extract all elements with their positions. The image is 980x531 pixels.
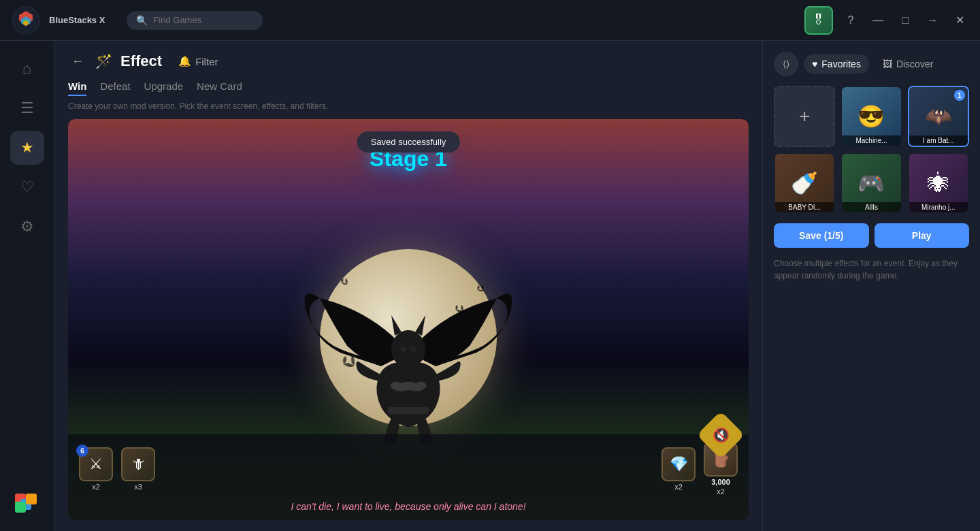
tab-win[interactable]: Win <box>68 80 86 96</box>
filter-button[interactable]: 🔔 Filter <box>178 55 218 67</box>
sidebar-item-home[interactable]: ⌂ <box>10 52 44 86</box>
main-layout: ⌂ ☰ ★ ♡ ⚙ ← 🪄 Ef <box>0 41 980 531</box>
tab-upgrade[interactable]: Upgrade <box>144 80 184 96</box>
svg-rect-8 <box>26 494 37 504</box>
preset-card-baby[interactable]: 🍼 BABY DI... <box>774 152 835 214</box>
game-items: 6 ⚔ x2 🗡 x3 💎 x2 <box>79 442 738 496</box>
search-bar[interactable]: 🔍 <box>127 11 263 30</box>
play-button[interactable]: Play <box>875 223 970 248</box>
bluestacks-logo <box>11 5 41 35</box>
heart-filled-icon: ♥ <box>812 59 817 69</box>
titlebar: BlueStacks X 🔍 🎖 ? — □ → ✕ <box>0 0 980 41</box>
batman-silhouette <box>293 244 524 462</box>
effect-wand-icon: 🪄 <box>95 53 112 69</box>
titlebar-left: BlueStacks X 🔍 <box>11 5 263 35</box>
svg-marker-11 <box>415 315 425 336</box>
game-item-0: 6 ⚔ x2 <box>79 447 113 491</box>
preset-label-baby: BABY DI... <box>775 202 834 212</box>
game-preview: Saved successfully Stage 1 <box>68 119 749 520</box>
filter-label: Filter <box>195 56 218 67</box>
tabs: Win Defeat Upgrade New Card <box>68 80 749 96</box>
svg-point-12 <box>400 347 407 352</box>
filter-icon: 🔔 <box>178 55 191 67</box>
tab-favorites[interactable]: ♥ Favorites <box>804 54 869 74</box>
saved-toast: Saved successfully <box>357 131 460 152</box>
item-icon-1: 🗡 <box>121 447 155 481</box>
back-button[interactable]: ← <box>68 52 87 71</box>
titlebar-right: 🎖 ? — □ → ✕ <box>804 6 969 35</box>
preset-label-alls: AllIs <box>842 202 900 212</box>
game-icon[interactable]: 🎖 <box>804 6 833 35</box>
preset-label-machine: Machine... <box>842 135 900 146</box>
item-badge-0: 6 <box>76 445 88 457</box>
mute-icon: 🔇 <box>713 427 730 443</box>
svg-rect-7 <box>15 502 26 513</box>
game-background: Saved successfully Stage 1 <box>68 119 749 520</box>
item-icon-2: 💎 <box>662 447 696 481</box>
help-button[interactable]: ? <box>841 11 860 30</box>
right-panel: ⟨⟩ ♥ Favorites 🖼 Discover + 😎 Machi <box>762 41 980 531</box>
game-quote: I can't die, I want to live, because onl… <box>79 501 738 512</box>
sidebar-item-settings[interactable]: ⚙ <box>10 210 44 244</box>
search-icon: 🔍 <box>136 15 148 26</box>
preset-card-batman[interactable]: 🦇 I am Bat... 1 <box>908 86 969 147</box>
preset-card-machine[interactable]: 😎 Machine... <box>840 86 902 147</box>
batman-container <box>293 244 524 462</box>
home-icon: ⌂ <box>22 60 31 78</box>
bluestacks-logo-bottom <box>12 488 42 518</box>
item-label-0: x2 <box>92 483 100 491</box>
action-buttons: Save (1/5) Play <box>774 223 969 248</box>
preset-add-button[interactable]: + <box>774 86 835 147</box>
preset-card-miranho[interactable]: 🕷 Miranho j... <box>908 152 969 214</box>
plus-icon: + <box>799 106 810 127</box>
svg-marker-10 <box>391 315 402 336</box>
preset-label-batman: I am Bat... <box>909 135 968 146</box>
discover-icon: 🖼 <box>883 59 892 69</box>
item-count-3: 3,000 <box>711 478 730 486</box>
tab-new-card[interactable]: New Card <box>197 80 242 96</box>
content-header: ← 🪄 Effect 🔔 Filter <box>68 52 749 71</box>
minimize-button[interactable]: — <box>868 11 887 30</box>
svg-point-13 <box>410 347 416 352</box>
settings-icon: ⚙ <box>20 218 34 236</box>
sidebar-bottom-logo <box>10 486 44 520</box>
svg-point-9 <box>391 330 425 368</box>
sidebar-item-effects[interactable]: ★ <box>10 131 44 165</box>
save-button[interactable]: Save (1/5) <box>774 223 869 248</box>
tab-defeat[interactable]: Defeat <box>100 80 130 96</box>
subtitle: Create your own mod version. Pick the ev… <box>68 101 749 111</box>
panel-header: ⟨⟩ ♥ Favorites 🖼 Discover <box>774 52 969 76</box>
tab-discover[interactable]: 🖼 Discover <box>875 54 941 74</box>
preset-grid: + 😎 Machine... 🦇 I am Bat... 1 🍼 <box>774 86 969 214</box>
back-icon: ← <box>71 54 84 69</box>
close-button[interactable]: ✕ <box>950 11 969 30</box>
item-label-2: x2 <box>674 483 683 491</box>
apps-icon: ☰ <box>20 99 34 117</box>
favorites-label: Favorites <box>821 59 861 69</box>
item-icon-0: 6 ⚔ <box>79 447 113 481</box>
svg-rect-14 <box>388 407 429 414</box>
maximize-button[interactable]: □ <box>896 11 915 30</box>
preset-num-batman: 1 <box>954 90 965 101</box>
game-item-1: 🗡 x3 <box>121 447 155 491</box>
sidebar: ⌂ ☰ ★ ♡ ⚙ <box>0 41 54 531</box>
effects-icon: ★ <box>20 139 34 157</box>
share-button[interactable]: ⟨⟩ <box>774 52 798 76</box>
game-bottom: 6 ⚔ x2 🗡 x3 💎 x2 <box>68 434 749 520</box>
share-icon: ⟨⟩ <box>783 59 789 69</box>
item-label-1: x3 <box>134 483 142 491</box>
page-title: Effect <box>120 52 162 70</box>
forward-button[interactable]: → <box>923 11 942 30</box>
content-area: ← 🪄 Effect 🔔 Filter Win Defeat Upgrade N… <box>54 41 762 531</box>
app-name: BlueStacks X <box>49 15 105 25</box>
search-input[interactable] <box>153 15 253 25</box>
preset-label-miranho: Miranho j... <box>909 202 968 212</box>
hint-text: Choose multiple effects for an event. En… <box>774 257 969 282</box>
preset-card-alls[interactable]: 🎮 AllIs <box>840 152 902 214</box>
heart-icon: ♡ <box>20 178 34 196</box>
sidebar-item-apps[interactable]: ☰ <box>10 91 44 125</box>
sidebar-item-favorites[interactable]: ♡ <box>10 170 44 204</box>
item-label-3: x2 <box>717 487 725 496</box>
game-item-2: 💎 x2 <box>662 447 696 491</box>
discover-label: Discover <box>896 59 933 69</box>
